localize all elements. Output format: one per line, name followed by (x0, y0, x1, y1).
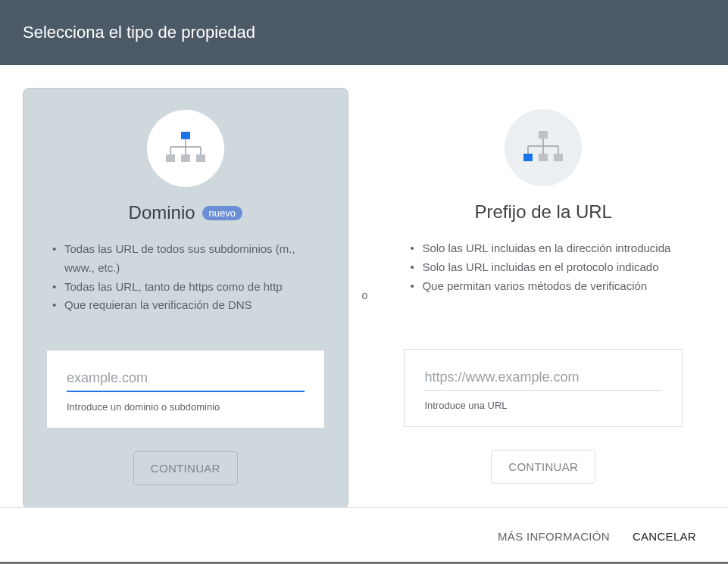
domain-input[interactable] (67, 367, 305, 392)
url-input-helper: Introduce una URL (424, 400, 662, 411)
url-prefix-property-card[interactable]: Prefijo de la URL Solo las URL incluidas… (381, 88, 705, 506)
url-bullets: Solo las URL incluidas en la dirección i… (404, 239, 683, 326)
sitemap-branch-icon (522, 131, 564, 164)
new-badge: nuevo (202, 206, 242, 220)
dialog-title: Selecciona el tipo de propiedad (23, 23, 255, 42)
svg-rect-16 (539, 154, 548, 161)
svg-rect-15 (523, 154, 533, 161)
content-scroll[interactable]: Dominio nuevo Todas las URL de todos sus… (0, 65, 728, 507)
domain-input-box: Introduce un dominio o subdominio (46, 350, 325, 428)
svg-rect-8 (196, 154, 205, 162)
domain-title: Dominio (129, 202, 195, 223)
svg-rect-0 (181, 132, 190, 139)
sitemap-icon (164, 132, 207, 165)
domain-property-card[interactable]: Dominio nuevo Todas las URL de todos sus… (23, 88, 348, 507)
svg-rect-6 (166, 154, 175, 162)
list-item: Todas las URL, tanto de https como de ht… (46, 278, 325, 297)
url-title: Prefijo de la URL (475, 201, 612, 223)
or-divider: o (348, 88, 382, 503)
domain-icon-circle (147, 110, 224, 187)
svg-rect-7 (181, 154, 190, 162)
url-icon-circle (505, 109, 582, 186)
domain-bullets: Todas las URL de todos sus subdominios (… (46, 240, 325, 327)
list-item: Que permitan varios métodos de verificac… (404, 277, 683, 296)
list-item: Que requieran la verificación de DNS (46, 296, 325, 315)
url-input-box: Introduce una URL (404, 349, 683, 427)
cards-row: Dominio nuevo Todas las URL de todos sus… (0, 65, 728, 507)
list-item: Todas las URL de todos sus subdominios (… (46, 240, 325, 278)
dialog-footer: MÁS INFORMACIÓN CANCELAR (0, 507, 728, 564)
svg-rect-9 (539, 131, 548, 139)
svg-rect-17 (554, 154, 563, 161)
url-continue-button[interactable]: CONTINUAR (491, 450, 595, 484)
domain-title-row: Dominio nuevo (129, 202, 242, 223)
more-info-link[interactable]: MÁS INFORMACIÓN (498, 530, 610, 543)
cancel-button[interactable]: CANCELAR (633, 530, 696, 543)
url-title-row: Prefijo de la URL (475, 201, 612, 223)
list-item: Solo las URL incluidas en la dirección i… (404, 239, 683, 258)
url-input[interactable] (424, 366, 662, 391)
dialog-header: Selecciona el tipo de propiedad (0, 0, 728, 65)
list-item: Solo las URL incluidas en el protocolo i… (404, 258, 683, 277)
domain-input-helper: Introduce un dominio o subdominio (67, 401, 305, 413)
domain-continue-button[interactable]: CONTINUAR (133, 451, 238, 485)
